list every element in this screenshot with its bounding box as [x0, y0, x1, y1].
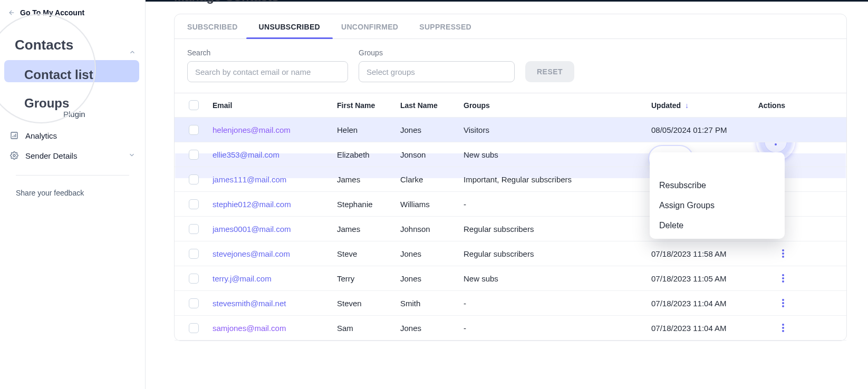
- table-row[interactable]: samjones@mail.comSamJones-07/18/2023 11:…: [175, 316, 846, 341]
- cell-email[interactable]: james0001@mail.com: [213, 225, 337, 234]
- col-groups[interactable]: Groups: [464, 101, 651, 110]
- cell-email[interactable]: samjones@mail.com: [213, 324, 337, 333]
- row-actions-menu: Edit Resubscribe Assign Groups Delete: [650, 152, 785, 239]
- row-checkbox[interactable]: [189, 298, 199, 308]
- cell-email[interactable]: terry.j@mail.com: [213, 274, 337, 283]
- cell-updated: 07/18/2023 11:04 AM: [651, 299, 762, 308]
- cell-updated: 07/18/2023 11:04 AM: [651, 324, 762, 333]
- cell-groups: -: [464, 200, 651, 209]
- cell-first-name: James: [337, 225, 400, 234]
- sidebar-item-label: Analytics: [25, 131, 57, 140]
- cell-actions: [762, 247, 795, 260]
- groups-select[interactable]: [359, 61, 515, 82]
- sidebar-item-contact-list[interactable]: Contact list: [24, 67, 93, 82]
- row-checkbox[interactable]: [189, 249, 199, 259]
- select-all-checkbox[interactable]: [189, 100, 199, 110]
- col-updated[interactable]: Updated ↓: [651, 101, 762, 110]
- sidebar-item-sender-details[interactable]: Sender Details: [0, 145, 145, 166]
- chevron-up-icon[interactable]: [129, 48, 136, 58]
- cell-email[interactable]: ellie353@mail.com: [213, 150, 337, 159]
- row-checkbox[interactable]: [189, 150, 199, 160]
- cell-groups: New subs: [464, 274, 651, 283]
- col-first-name[interactable]: First Name: [337, 101, 400, 110]
- tabs: SUBSCRIBED UNSUBSCRIBED UNCONFIRMED SUPP…: [175, 14, 846, 39]
- back-to-account-link[interactable]: Go To My Account: [0, 5, 145, 22]
- svg-point-21: [782, 277, 784, 279]
- tab-unconfirmed[interactable]: UNCONFIRMED: [341, 14, 398, 38]
- cell-last-name: Jones: [400, 249, 464, 258]
- analytics-icon: [9, 131, 19, 140]
- cell-groups: -: [464, 324, 651, 333]
- cell-last-name: Clarke: [400, 175, 464, 184]
- cell-email[interactable]: stevejones@mail.com: [213, 249, 337, 258]
- menu-item-resubscribe[interactable]: Resubscribe: [650, 176, 785, 196]
- col-last-name[interactable]: Last Name: [400, 101, 464, 110]
- tab-unsubscribed[interactable]: UNSUBSCRIBED: [259, 14, 320, 38]
- share-feedback-link[interactable]: Share your feedback: [16, 189, 84, 197]
- table-row[interactable]: stevesmith@mail.netStevenSmith-07/18/202…: [175, 291, 846, 316]
- cell-first-name: Helen: [337, 125, 400, 134]
- svg-point-28: [782, 330, 784, 332]
- cell-actions: [762, 272, 795, 285]
- contacts-card: SUBSCRIBED UNSUBSCRIBED UNCONFIRMED SUPP…: [174, 14, 847, 341]
- cell-last-name: Johnson: [400, 225, 464, 234]
- cell-email[interactable]: stephie012@mail.com: [213, 200, 337, 209]
- col-email[interactable]: Email: [213, 101, 337, 110]
- svg-point-27: [782, 327, 784, 329]
- row-checkbox[interactable]: [189, 125, 199, 135]
- sidebar-item-label: Sender Details: [25, 151, 77, 160]
- row-actions-button[interactable]: [777, 272, 789, 285]
- cell-email[interactable]: james111@mail.com: [213, 175, 337, 184]
- svg-point-20: [782, 274, 784, 276]
- svg-point-23: [782, 299, 784, 301]
- search-label: Search: [187, 48, 348, 57]
- row-checkbox[interactable]: [189, 199, 199, 209]
- cell-first-name: Stephanie: [337, 200, 400, 209]
- cell-last-name: Jones: [400, 324, 464, 333]
- search-input[interactable]: [187, 61, 348, 82]
- chevron-down-icon: [128, 151, 136, 160]
- cell-first-name: Steven: [337, 299, 400, 308]
- filter-bar: Search Groups RESET: [175, 39, 846, 93]
- sidebar: Go To My Account Contacts Contact list G…: [0, 0, 146, 389]
- svg-point-22: [782, 280, 784, 283]
- svg-point-1: [13, 154, 15, 157]
- row-checkbox[interactable]: [189, 274, 199, 284]
- row-checkbox[interactable]: [189, 323, 199, 333]
- cell-email[interactable]: stevesmith@mail.net: [213, 299, 337, 308]
- cell-actions: [762, 123, 795, 136]
- sidebar-item-plugin[interactable]: Plugin: [0, 105, 95, 123]
- table-row[interactable]: stevejones@mail.comSteveJonesRegular sub…: [175, 241, 846, 266]
- main-content: Manage Contacts SUBSCRIBED UNSUBSCRIBED …: [146, 0, 868, 389]
- cell-groups: New subs: [464, 150, 651, 159]
- table-row[interactable]: terry.j@mail.comTerryJonesNew subs07/18/…: [175, 266, 846, 291]
- cell-email[interactable]: helenjones@mail.com: [213, 125, 337, 134]
- menu-item-delete[interactable]: Delete: [650, 216, 785, 236]
- cell-last-name: Smith: [400, 299, 464, 308]
- cell-first-name: Elizabeth: [337, 150, 400, 159]
- tab-suppressed[interactable]: SUPPRESSED: [419, 14, 471, 38]
- svg-point-26: [782, 324, 784, 326]
- table-row[interactable]: helenjones@mail.comHelenJonesVisitors08/…: [175, 118, 846, 142]
- gear-icon: [9, 151, 19, 160]
- row-actions-button[interactable]: [777, 297, 789, 309]
- sidebar-item-analytics[interactable]: Analytics: [0, 125, 145, 145]
- reset-button[interactable]: RESET: [525, 61, 574, 82]
- tab-subscribed[interactable]: SUBSCRIBED: [187, 14, 238, 38]
- svg-point-18: [782, 252, 784, 255]
- cell-actions: [762, 297, 795, 309]
- row-actions-button[interactable]: [777, 247, 789, 260]
- row-actions-button[interactable]: [777, 322, 789, 334]
- menu-item-assign-groups[interactable]: Assign Groups: [650, 196, 785, 216]
- row-checkbox[interactable]: [189, 224, 199, 234]
- row-checkbox[interactable]: [189, 174, 199, 184]
- sidebar-section-contacts[interactable]: Contacts: [15, 37, 73, 53]
- cell-last-name: Williams: [400, 200, 464, 209]
- back-to-account-label: Go To My Account: [20, 8, 84, 17]
- cell-groups: -: [464, 299, 651, 308]
- cell-last-name: Jonson: [400, 150, 464, 159]
- cell-groups: Regular subscribers: [464, 225, 651, 234]
- svg-point-17: [782, 249, 784, 251]
- cell-groups: Regular subscribers: [464, 249, 651, 258]
- cell-first-name: Steve: [337, 249, 400, 258]
